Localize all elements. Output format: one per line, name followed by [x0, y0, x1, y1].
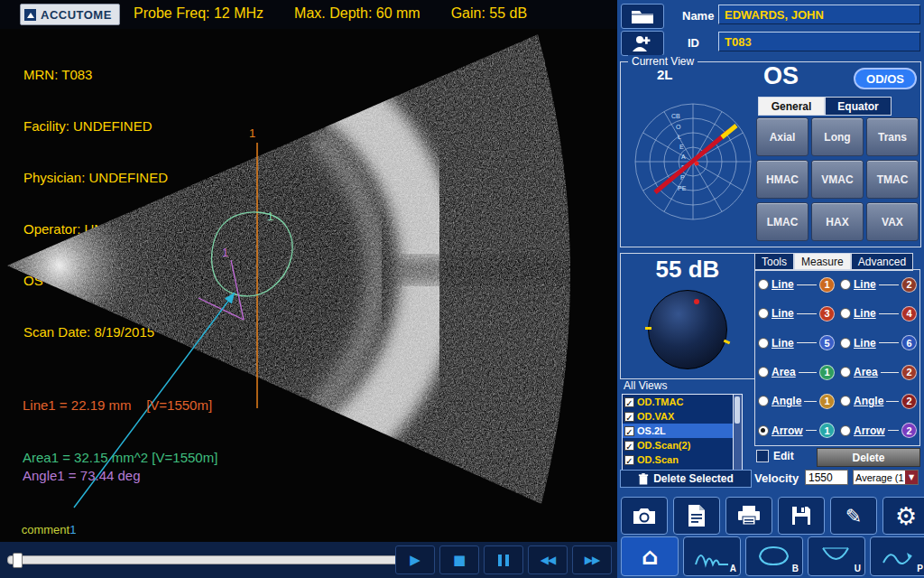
- folder-icon: [631, 8, 654, 24]
- view-type-tabs: General Equator: [758, 97, 892, 116]
- od-os-toggle-button[interactable]: OD/OS: [854, 68, 917, 89]
- view-button-hax[interactable]: HAX: [811, 202, 864, 241]
- measure-tool-line-5[interactable]: Line 5: [755, 329, 837, 358]
- radio-button[interactable]: [840, 308, 851, 319]
- measure-tool-arrow-1[interactable]: Arrow 1: [755, 416, 837, 445]
- patient-id-field[interactable]: T083: [718, 32, 920, 51]
- measure-tool-area-1[interactable]: Area 1: [755, 358, 837, 387]
- cine-frame-slider[interactable]: [7, 555, 406, 564]
- patient-name-field[interactable]: EDWARDS, JOHN: [718, 5, 920, 24]
- view-button-trans[interactable]: Trans: [866, 117, 919, 156]
- measure-tool-line-4[interactable]: Line 4: [837, 299, 919, 328]
- measure-tool-line-2[interactable]: Line 2: [837, 270, 919, 299]
- new-patient-button[interactable]: [621, 31, 664, 56]
- svg-text:L: L: [678, 134, 681, 140]
- view-button-vax[interactable]: VAX: [866, 202, 919, 241]
- view-button-lmac[interactable]: LMAC: [756, 202, 808, 241]
- fast-forward-icon: ▶▶: [585, 554, 599, 566]
- play-button[interactable]: ▶: [395, 545, 435, 574]
- edit-checkbox[interactable]: [756, 450, 769, 462]
- open-patient-button[interactable]: [621, 4, 664, 29]
- views-list-scrollbar[interactable]: [733, 395, 742, 471]
- snapshot-button[interactable]: [621, 497, 668, 535]
- view-list-item[interactable]: ✓ OD.Scan: [623, 452, 742, 467]
- delete-selected-button[interactable]: Delete Selected: [620, 470, 752, 488]
- delete-measurement-button[interactable]: Delete: [817, 448, 920, 467]
- radio-button[interactable]: [840, 338, 851, 349]
- view-list-item[interactable]: ✓ OD.Scan(2): [623, 438, 742, 452]
- camera-icon: [631, 505, 658, 527]
- radio-button-selected[interactable]: [758, 425, 769, 436]
- view-button-long[interactable]: Long: [811, 117, 864, 156]
- all-views-list[interactable]: ✓ OD.TMAC ✓ OD.VAX ✓ OS.2L ✓ OD.Scan(2) …: [622, 394, 743, 471]
- radio-button[interactable]: [840, 425, 851, 436]
- tab-advanced[interactable]: Advanced: [851, 253, 913, 271]
- edit-label: Edit: [773, 450, 794, 462]
- save-floppy-icon: [790, 505, 812, 527]
- radio-button[interactable]: [758, 308, 769, 319]
- measure-tool-angle-2[interactable]: Angle 2: [837, 387, 919, 415]
- accutome-logo-text: ACCUTOME: [41, 8, 112, 22]
- view-button-tmac[interactable]: TMAC: [866, 160, 919, 199]
- svg-text:E: E: [679, 144, 684, 150]
- home-button[interactable]: ⌂: [621, 536, 679, 576]
- radio-button[interactable]: [758, 396, 769, 406]
- stop-button[interactable]: ■: [439, 545, 479, 574]
- radio-button[interactable]: [840, 279, 851, 290]
- svg-text:P: P: [680, 174, 685, 181]
- view-button-hmac[interactable]: HMAC: [756, 160, 808, 199]
- line1-marker-label: 1: [249, 126, 255, 140]
- edit-row: Edit: [756, 450, 794, 462]
- dropdown-arrow-icon[interactable]: ▼: [905, 471, 918, 484]
- report-button[interactable]: [673, 497, 720, 535]
- gain-panel: 55 dB: [620, 253, 755, 379]
- tab-measure[interactable]: Measure: [794, 253, 851, 271]
- checkbox-checked-icon[interactable]: ✓: [624, 426, 634, 436]
- radio-button[interactable]: [840, 367, 851, 378]
- svg-text:A: A: [681, 154, 686, 160]
- ubm-mode-button[interactable]: U: [808, 536, 865, 576]
- measure-tool-line-6[interactable]: Line 6: [837, 329, 919, 358]
- average-dropdown[interactable]: Average (1 ▼: [853, 470, 919, 485]
- measure-tool-angle-1[interactable]: Angle 1: [755, 387, 837, 415]
- view-list-item-selected[interactable]: ✓ OS.2L: [623, 424, 742, 438]
- velocity-input[interactable]: 1550: [805, 470, 848, 485]
- radio-button[interactable]: [840, 396, 851, 406]
- views-scrollbar-thumb[interactable]: [735, 396, 740, 424]
- area1-marker-label: 1: [267, 210, 273, 223]
- eye-position-diagram[interactable]: CB O L E A E P PE: [621, 79, 765, 241]
- probe-center-dot: [695, 162, 699, 166]
- tab-tools[interactable]: Tools: [754, 253, 794, 271]
- view-list-item[interactable]: ✓ OD.VAX: [623, 409, 742, 424]
- measure-tool-arrow-2[interactable]: Arrow 2: [837, 416, 919, 445]
- p-scan-mode-button[interactable]: P: [870, 536, 924, 576]
- checkbox-checked-icon[interactable]: ✓: [624, 441, 634, 451]
- view-button-axial[interactable]: Axial: [756, 117, 808, 156]
- tab-equator[interactable]: Equator: [825, 97, 892, 116]
- annotate-button[interactable]: ✎: [830, 497, 877, 535]
- tab-general[interactable]: General: [758, 97, 825, 116]
- measure-tool-area-2[interactable]: Area 2: [837, 358, 919, 387]
- checkbox-checked-icon[interactable]: ✓: [624, 412, 634, 422]
- radio-button[interactable]: [758, 279, 769, 290]
- measure-tool-line-1[interactable]: Line 1: [755, 270, 837, 299]
- a-scan-mode-button[interactable]: A: [683, 536, 741, 576]
- measure-tool-line-3[interactable]: Line 3: [755, 299, 837, 328]
- pause-button[interactable]: [484, 545, 523, 574]
- radio-button[interactable]: [758, 367, 769, 378]
- gain-knob[interactable]: [648, 290, 727, 369]
- angle1-marker-label: 1: [222, 246, 228, 259]
- checkbox-checked-icon[interactable]: ✓: [624, 455, 634, 465]
- velocity-label: Velocity: [754, 471, 799, 485]
- checkbox-checked-icon[interactable]: ✓: [624, 397, 634, 407]
- save-button[interactable]: [778, 497, 825, 535]
- radio-button[interactable]: [758, 338, 769, 349]
- view-button-vmac[interactable]: VMAC: [811, 160, 864, 199]
- view-list-item[interactable]: ✓ OD.TMAC: [623, 395, 742, 409]
- print-button[interactable]: [725, 497, 772, 535]
- rewind-button[interactable]: ◀◀: [528, 545, 568, 574]
- fast-forward-button[interactable]: ▶▶: [572, 545, 612, 574]
- cine-slider-handle[interactable]: [13, 553, 23, 568]
- settings-button[interactable]: ⚙: [882, 497, 924, 535]
- b-scan-mode-button[interactable]: B: [745, 536, 803, 576]
